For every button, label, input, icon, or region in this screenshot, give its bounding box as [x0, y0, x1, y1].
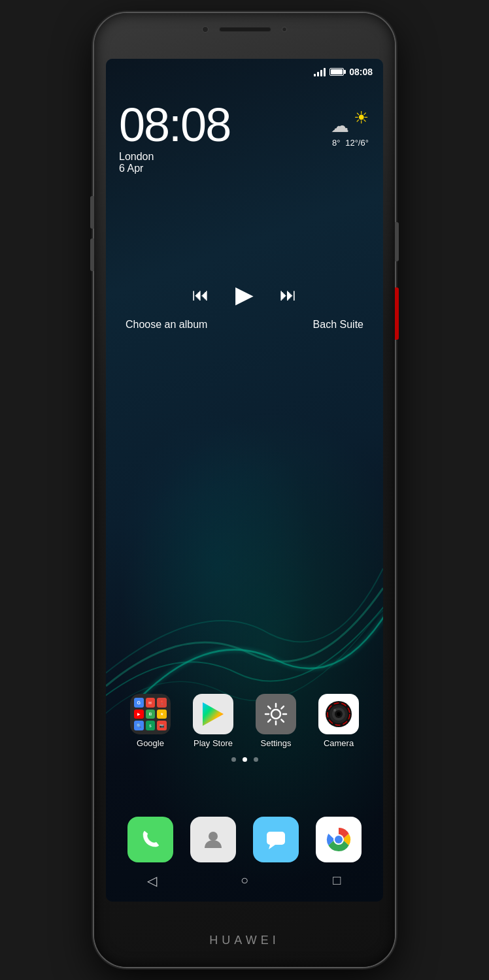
svg-line-9: [268, 719, 271, 722]
front-camera: [202, 26, 209, 33]
page-dots: [119, 757, 370, 762]
nav-bar: ◁ ○ □: [106, 866, 383, 895]
battery-icon: [329, 68, 344, 76]
music-track-label: Bach Suite: [313, 319, 363, 331]
clock-city: London: [119, 151, 230, 163]
status-icons: 08:08: [314, 67, 373, 77]
home-button[interactable]: ○: [231, 868, 258, 894]
signal-icon: [314, 67, 326, 76]
svg-point-14: [337, 712, 341, 716]
weather-range: 12°/6°: [345, 138, 369, 148]
previous-button[interactable]: ⏮: [192, 285, 209, 305]
earpiece: [219, 27, 271, 32]
phone-screen: 08:08 08:08 London 6 Apr ☀ ☁ 8° 1: [106, 59, 383, 902]
page-dot-3[interactable]: [254, 757, 258, 762]
app-icon-camera[interactable]: Camera: [312, 694, 365, 748]
svg-point-15: [333, 709, 336, 711]
volume-down-button[interactable]: [90, 238, 94, 271]
app-row-main: G ✉ 📍 ▶ 🗓 ★ 🔍 $ 📷 Google: [119, 694, 370, 748]
next-button[interactable]: ⏭: [280, 285, 297, 305]
phone-icon: [138, 827, 163, 852]
camera-label: Camera: [324, 738, 354, 748]
google-folder-icon: G ✉ 📍 ▶ 🗓 ★ 🔍 $ 📷: [130, 694, 171, 734]
clock-date-text: 6 Apr: [119, 163, 230, 174]
svg-line-7: [281, 719, 284, 722]
app-icon-playstore[interactable]: Play Store: [187, 694, 239, 748]
chrome-icon: [326, 826, 352, 853]
clock-area: 08:08 London 6 Apr: [119, 101, 230, 174]
svg-point-17: [209, 832, 218, 841]
playstore-label: Play Store: [194, 738, 233, 748]
recents-button[interactable]: □: [324, 868, 350, 894]
weather-current: 8°: [332, 138, 340, 148]
status-time: 08:08: [349, 67, 373, 77]
weather-icon: ☀ ☁: [331, 108, 370, 137]
back-button[interactable]: ◁: [139, 868, 165, 894]
svg-marker-19: [269, 845, 275, 849]
clock-time: 08:08: [119, 101, 230, 148]
svg-line-8: [281, 706, 284, 709]
app-icon-google[interactable]: G ✉ 📍 ▶ 🗓 ★ 🔍 $ 📷 Google: [124, 694, 177, 748]
app-grid: G ✉ 📍 ▶ 🗓 ★ 🔍 $ 📷 Google: [106, 694, 383, 771]
music-labels: Choose an album Bach Suite: [106, 319, 383, 331]
brand-label: HUAWEI: [209, 934, 279, 947]
dock: [106, 817, 383, 862]
svg-marker-0: [203, 702, 224, 726]
weather-temp-range: 8° 12°/6°: [332, 138, 369, 148]
phone-device: 08:08 08:08 London 6 Apr ☀ ☁ 8° 1: [94, 13, 395, 967]
page-dot-1[interactable]: [231, 757, 236, 762]
playstore-icon-img: [193, 694, 233, 734]
dock-messages[interactable]: [253, 817, 299, 862]
play-button[interactable]: ▶: [235, 281, 254, 308]
dock-chrome[interactable]: [316, 817, 362, 862]
google-label: Google: [137, 738, 164, 748]
phone-top-area: [202, 26, 287, 33]
music-player: ⏮ ▶ ⏭ Choose an album Bach Suite: [106, 281, 383, 331]
dock-phone[interactable]: [127, 817, 173, 862]
camera-icon-img: [318, 694, 359, 734]
page-dot-2[interactable]: [243, 757, 247, 762]
volume-up-button[interactable]: [90, 196, 94, 229]
sensor: [282, 27, 287, 32]
sun-icon: ☀: [354, 108, 369, 128]
music-album-label[interactable]: Choose an album: [126, 319, 207, 331]
clock-date: London 6 Apr: [119, 151, 230, 174]
cloud-icon: ☁: [331, 115, 349, 137]
svg-rect-18: [267, 832, 285, 845]
weather-area: ☀ ☁ 8° 12°/6°: [331, 101, 370, 148]
contacts-icon: [201, 827, 226, 852]
music-controls: ⏮ ▶ ⏭: [192, 281, 297, 308]
svg-line-6: [268, 706, 271, 709]
top-section: 08:08 London 6 Apr ☀ ☁ 8° 12°/6°: [106, 88, 383, 174]
svg-point-1: [271, 710, 280, 719]
dock-contacts[interactable]: [190, 817, 236, 862]
messages-icon: [263, 827, 288, 852]
svg-point-22: [335, 836, 343, 843]
settings-icon-img: [256, 694, 296, 734]
status-bar: 08:08: [106, 59, 383, 85]
gear-icon: [264, 702, 288, 726]
settings-label: Settings: [261, 738, 292, 748]
app-icon-settings[interactable]: Settings: [250, 694, 302, 748]
